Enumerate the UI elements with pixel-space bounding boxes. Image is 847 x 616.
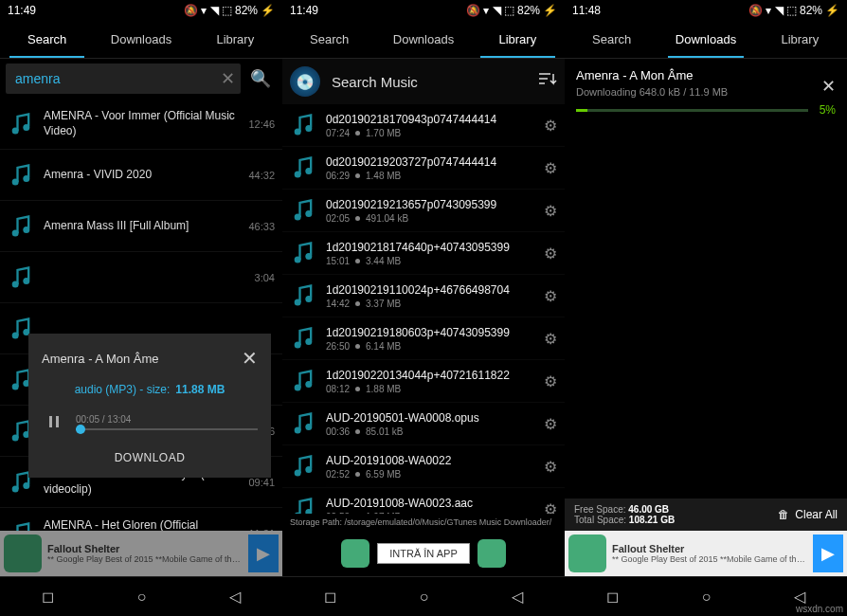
result-row[interactable]: Amenra Mass III [Full Album]46:33 [0,201,282,252]
nav-home-icon[interactable]: ○ [420,589,429,606]
music-note-icon [8,520,34,532]
gear-icon[interactable]: ⚙ [544,500,557,515]
library-row[interactable]: 0d20190218170943p074744441407:241.70 MB⚙ [282,104,565,147]
tab-library[interactable]: Library [753,21,847,58]
library-row[interactable]: AUD-20191008-WA0023.aac02:531.97 MB⚙ [282,488,565,514]
file-name: 1d20190220134044p+40721611822 [326,369,534,382]
svg-point-15 [23,482,29,489]
nav-back-icon[interactable]: ◻ [42,588,54,606]
pause-button[interactable] [42,409,66,434]
svg-point-27 [305,210,312,217]
close-icon[interactable]: ✕ [242,347,258,370]
ad-banner[interactable]: Fallout Shelter ** Google Play Best of 2… [0,531,282,576]
file-duration: 26:50 [326,341,350,352]
svg-point-38 [295,470,301,477]
sort-icon[interactable] [538,72,557,91]
gear-icon[interactable]: ⚙ [544,415,557,433]
result-row[interactable]: AMENRA - Voor Immer (Official Music Vide… [0,99,282,150]
music-note-icon [8,213,34,240]
svg-point-4 [12,229,19,236]
result-row[interactable]: 3:04 [0,252,282,303]
clear-icon[interactable]: ✕ [216,68,239,89]
cancel-download-icon[interactable]: ✕ [821,76,836,97]
file-name: 1d20190218174640p+40743095399 [326,241,534,254]
result-title: Amenra - VIVID 2020 [44,168,239,183]
tab-library[interactable]: Library [189,21,282,58]
nav-bar: ◻ ○ ◁ [282,576,565,616]
svg-point-33 [305,338,312,345]
phone-library: 11:49 🔕 ▾ ◥ ⬚ 82% ⚡ Search Downloads Lib… [282,0,565,616]
svg-rect-21 [56,416,59,427]
library-row[interactable]: 1d20190218174640p+4074309539915:013.44 M… [282,232,565,275]
gear-icon[interactable]: ⚙ [544,245,557,263]
svg-point-31 [305,296,312,302]
library-row[interactable]: 1d20190219180603p+4074309539926:506.14 M… [282,317,565,360]
file-size: 1.48 MB [366,171,401,181]
file-duration: 07:24 [326,128,350,138]
tabs: Search Downloads Library [565,21,847,59]
file-size: 85.01 kB [366,426,403,437]
tab-downloads[interactable]: Downloads [658,21,752,58]
svg-point-12 [12,434,19,441]
status-bar: 11:49 🔕 ▾ ◥ ⬚ 82% ⚡ [0,0,282,21]
nav-back-icon[interactable]: ◻ [606,588,619,606]
ad-banner[interactable]: Fallout Shelter ** Google Play Best of 2… [565,531,847,576]
music-note-icon [290,112,316,138]
result-duration: 12:46 [248,118,275,130]
svg-point-28 [295,257,301,263]
svg-point-23 [305,125,312,132]
file-size: 1.70 MB [366,128,401,138]
file-name: 0d20190219213657p0743095399 [326,198,534,211]
result-row[interactable]: AMENRA - Het Gloren (Official Visualizer… [0,508,282,531]
tab-search[interactable]: Search [0,21,94,58]
file-size: 3.37 MB [366,299,401,309]
clear-all-button[interactable]: 🗑 Clear All [778,508,838,521]
gear-icon[interactable]: ⚙ [544,159,557,177]
music-note-icon [290,453,316,480]
file-size: 6.59 MB [366,469,401,480]
gear-icon[interactable]: ⚙ [544,202,557,220]
ad-arrow-icon[interactable]: ▶ [248,534,279,572]
gear-icon[interactable]: ⚙ [544,458,557,476]
library-row[interactable]: 0d20190219203727p074744441406:291.48 MB⚙ [282,147,565,190]
svg-point-29 [305,253,312,260]
nav-recent-icon[interactable]: ◁ [229,588,241,606]
nav-home-icon[interactable]: ○ [702,589,712,606]
gear-icon[interactable]: ⚙ [544,330,557,348]
library-row[interactable]: AUD-20190501-WA0008.opus00:3685.01 kB⚙ [282,403,565,445]
svg-point-37 [305,424,312,430]
ad-arrow-icon[interactable]: ▶ [813,534,843,572]
ad-cta-button[interactable]: INTRĂ ÎN APP [377,543,470,564]
gear-icon[interactable]: ⚙ [544,117,557,135]
library-header: 💿 Search Music [282,59,565,104]
library-row[interactable]: 0d20190219213657p074309539902:05491.04 k… [282,190,565,232]
library-row[interactable]: AUD-20191008-WA002202:526.59 MB⚙ [282,445,565,488]
gear-icon[interactable]: ⚙ [544,287,557,305]
nav-home-icon[interactable]: ○ [137,589,147,606]
tab-downloads[interactable]: Downloads [94,21,188,58]
nav-recent-icon[interactable]: ◁ [512,588,523,606]
tab-search[interactable]: Search [565,21,658,58]
svg-point-34 [295,385,301,391]
header-title: Search Music [320,74,538,90]
status-time: 11:49 [8,4,36,17]
storage-info: Free Space: 46.00 GB Total Space: 108.21… [565,498,847,531]
library-row[interactable]: 1d20190219110024p+4676649870414:423.37 M… [282,275,565,317]
ad-banner[interactable]: INTRĂ ÎN APP [282,531,565,576]
trash-icon: 🗑 [778,508,789,521]
progress-slider[interactable] [76,428,258,430]
nav-back-icon[interactable]: ◻ [324,588,336,606]
svg-point-3 [23,175,29,182]
gear-icon[interactable]: ⚙ [544,372,557,390]
music-note-icon [290,282,316,309]
search-icon[interactable]: 🔍 [244,68,277,89]
ad-title: Fallout Shelter [612,543,807,554]
library-row[interactable]: 1d20190220134044p+4072161182208:121.88 M… [282,360,565,403]
tab-downloads[interactable]: Downloads [376,21,470,58]
file-name: 0d20190219203727p0747444414 [326,155,534,169]
search-input[interactable] [6,63,241,94]
tab-search[interactable]: Search [282,21,376,58]
download-button[interactable]: DOWNLOAD [42,451,258,464]
result-row[interactable]: Amenra - VIVID 202044:32 [0,150,282,201]
tab-library[interactable]: Library [471,21,565,58]
